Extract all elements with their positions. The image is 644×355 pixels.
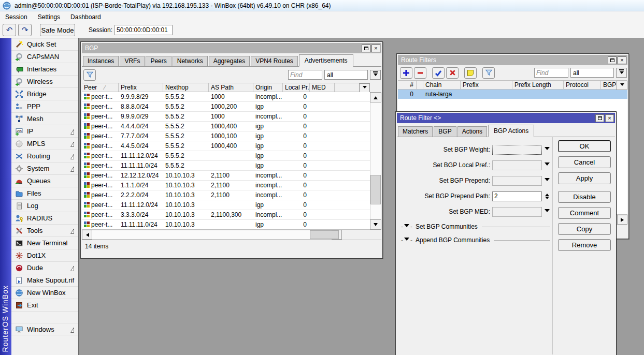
- set-bgp-med-field[interactable]: [492, 207, 542, 217]
- cancel-button[interactable]: Cancel: [558, 156, 611, 168]
- set-bgp-prepend-dropdown-button[interactable]: [542, 178, 552, 184]
- horizontal-scroll-thumb[interactable]: [310, 230, 339, 239]
- filter-button[interactable]: [83, 69, 96, 81]
- tab-matchers[interactable]: Matchers: [398, 126, 433, 137]
- route-filter-dialog-titlebar[interactable]: Route Filter <> ×: [397, 113, 615, 123]
- comment-button[interactable]: [464, 67, 477, 79]
- column-header-flags[interactable]: [417, 81, 423, 89]
- undo-button[interactable]: ↶: [3, 24, 16, 36]
- comment-button[interactable]: Comment: [558, 207, 611, 219]
- sidebar-item-system[interactable]: System: [11, 162, 78, 175]
- sidebar-item-windows[interactable]: Windows: [11, 323, 78, 335]
- filter-scope-combo[interactable]: all: [570, 68, 614, 78]
- column-header-bgp[interactable]: BGP: [601, 81, 616, 89]
- column-header-prefix[interactable]: Prefix: [119, 83, 163, 92]
- sidebar-item-radius[interactable]: RADIUS: [11, 212, 78, 225]
- append-bgp-communities-section[interactable]: -- Append BGP Communities: [400, 236, 552, 244]
- column-header-prefix[interactable]: Prefix: [461, 81, 512, 89]
- set-bgp-prepend-path-spinner[interactable]: [542, 191, 552, 201]
- set-bgp-local-pref-field[interactable]: [492, 160, 542, 170]
- column-header-nexthop[interactable]: Nexthop: [163, 83, 209, 92]
- copy-button[interactable]: Copy: [558, 223, 611, 235]
- column-header-origin[interactable]: Origin: [253, 83, 283, 92]
- table-row[interactable]: peer-t... 11.11.12.0/24 10.10.10.3 igp 0: [82, 200, 370, 210]
- close-icon[interactable]: ×: [605, 114, 614, 122]
- sidebar-item-mesh[interactable]: Mesh: [11, 113, 78, 125]
- column-header-local-pref[interactable]: Local Pr...: [283, 83, 310, 92]
- menu-settings[interactable]: Settings: [33, 12, 65, 22]
- ok-button[interactable]: OK: [558, 140, 611, 152]
- apply-button[interactable]: Apply: [558, 172, 611, 184]
- sidebar-item-wireless[interactable]: Wireless: [11, 76, 78, 88]
- table-row[interactable]: peer-t... 4.4.4.0/24 5.5.5.2 1000,400 ig…: [82, 122, 370, 131]
- column-header-med[interactable]: MED: [310, 83, 335, 92]
- sidebar-item-routing[interactable]: Routing: [11, 150, 78, 162]
- sidebar-item-new-winbox[interactable]: New WinBox: [11, 287, 78, 299]
- route-filters-titlebar[interactable]: Route Filters ×: [398, 55, 627, 65]
- filter-scope-dropdown-button[interactable]: [616, 68, 627, 78]
- sidebar-item-quick-set[interactable]: Quick Set: [11, 38, 78, 51]
- table-row[interactable]: peer-t... 11.11.12.0/24 5.5.5.2 igp 0: [82, 151, 370, 161]
- sidebar-item-ppp[interactable]: PPP: [11, 100, 78, 113]
- tab-networks[interactable]: Networks: [173, 56, 208, 66]
- disable-button[interactable]: Disable: [558, 191, 611, 203]
- table-row[interactable]: peer-t... 11.11.11.0/24 10.10.10.3 igp 0: [82, 220, 370, 230]
- sidebar-item-ip[interactable]: 255 IP: [11, 125, 78, 138]
- table-row[interactable]: peer-t... 9.9.9.8/29 5.5.5.2 1000 incomp…: [82, 92, 370, 102]
- sidebar-item-mpls[interactable]: MPLS: [11, 138, 78, 150]
- sidebar-item-interfaces[interactable]: Interfaces: [11, 63, 78, 76]
- sidebar-item-tools[interactable]: Tools: [11, 225, 78, 237]
- table-row[interactable]: peer-t... 12.12.12.0/24 10.10.10.3 2,110…: [82, 171, 370, 181]
- set-bgp-prepend-path-field[interactable]: [492, 191, 542, 201]
- sidebar-item-make-supout-rif[interactable]: Make Supout.rif: [11, 274, 78, 287]
- table-row[interactable]: peer-t... 9.9.9.0/29 5.5.5.2 1000 incomp…: [82, 112, 370, 122]
- table-row[interactable]: peer-t... 3.3.3.0/24 10.10.10.3 2,1100,3…: [82, 210, 370, 220]
- column-header-protocol[interactable]: Protocol: [564, 81, 601, 89]
- scroll-down-button[interactable]: [370, 219, 381, 230]
- table-row[interactable]: peer-t... 2.2.2.0/24 10.10.10.3 2,1100 i…: [82, 190, 370, 200]
- find-input[interactable]: [534, 68, 568, 78]
- set-bgp-local-pref-dropdown-button[interactable]: [542, 162, 552, 168]
- column-header-chain[interactable]: Chain: [423, 81, 461, 89]
- table-row[interactable]: peer-t... 1.1.1.0/24 10.10.10.3 2,1100 i…: [82, 181, 370, 190]
- bgp-window-titlebar[interactable]: BGP ×: [82, 43, 381, 53]
- sidebar-item-new-terminal[interactable]: New Terminal: [11, 237, 78, 249]
- redo-button[interactable]: ↷: [18, 24, 32, 36]
- safe-mode-button[interactable]: Safe Mode: [40, 24, 75, 36]
- filter-button[interactable]: [482, 67, 495, 79]
- column-header-prefix-length[interactable]: Prefix Length: [512, 81, 564, 89]
- column-header-number[interactable]: #: [398, 81, 417, 89]
- table-row[interactable]: peer-t... 7.7.7.0/24 5.5.5.2 1000,100 ig…: [82, 131, 370, 141]
- set-bgp-prepend-field[interactable]: [492, 176, 542, 186]
- maximize-button[interactable]: [595, 114, 604, 122]
- sidebar-item-capsman[interactable]: CAPsMAN: [11, 51, 78, 63]
- vertical-scroll-thumb[interactable]: [370, 175, 381, 204]
- horizontal-scrollbar[interactable]: [82, 230, 342, 240]
- tab-bgp-actions[interactable]: BGP Actions: [488, 125, 534, 137]
- tab-actions[interactable]: Actions: [457, 126, 487, 137]
- sidebar-item-bridge[interactable]: Bridge: [11, 88, 78, 100]
- tab-bgp[interactable]: BGP: [434, 126, 456, 137]
- tab-peers[interactable]: Peers: [146, 56, 171, 66]
- sidebar-item-queues[interactable]: Queues: [11, 175, 78, 187]
- enable-button[interactable]: [432, 67, 445, 79]
- set-bgp-weight-field[interactable]: [492, 145, 542, 155]
- tab-aggregates[interactable]: Aggregates: [209, 56, 250, 66]
- column-selector-button[interactable]: [617, 81, 627, 90]
- close-icon[interactable]: ×: [371, 45, 380, 52]
- maximize-button[interactable]: [608, 56, 617, 64]
- remove-button[interactable]: [414, 67, 426, 79]
- add-button[interactable]: [400, 67, 412, 79]
- table-row[interactable]: peer-t... 4.4.5.0/24 5.5.5.2 1000,400 ig…: [82, 141, 370, 151]
- close-icon[interactable]: ×: [618, 56, 626, 64]
- find-input[interactable]: [288, 70, 322, 80]
- vertical-scrollbar[interactable]: [370, 92, 381, 230]
- session-input[interactable]: [115, 25, 173, 35]
- menu-session[interactable]: Session: [0, 12, 33, 22]
- column-header-as-path[interactable]: AS Path: [209, 83, 253, 92]
- scroll-up-button[interactable]: [370, 92, 381, 102]
- set-bgp-med-dropdown-button[interactable]: [542, 209, 552, 215]
- table-row-selected[interactable]: 0 ruta-larga: [398, 90, 627, 99]
- disable-button[interactable]: [446, 67, 459, 79]
- remove-button[interactable]: Remove: [558, 239, 611, 251]
